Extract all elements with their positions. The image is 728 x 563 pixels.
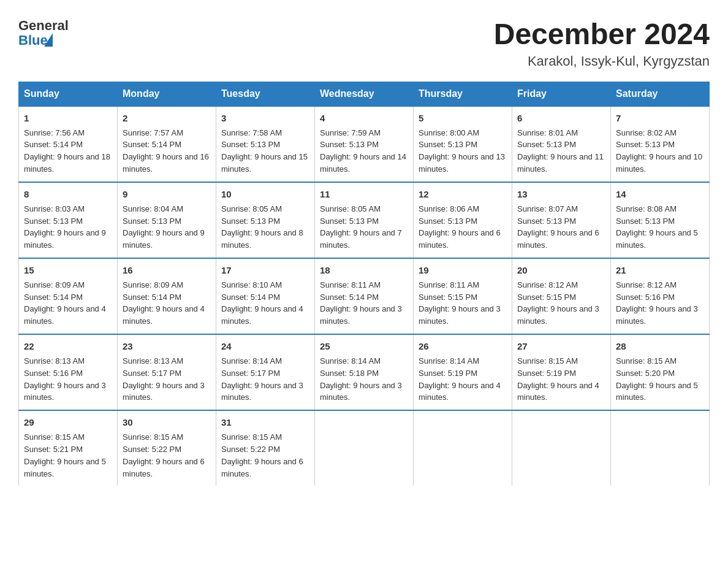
day-sunrise: Sunrise: 8:14 AM bbox=[419, 356, 479, 366]
month-year-title: December 2024 bbox=[494, 18, 710, 51]
day-sunset: Sunset: 5:20 PM bbox=[616, 369, 675, 378]
day-sunrise: Sunrise: 8:00 AM bbox=[419, 128, 479, 137]
day-number: 19 bbox=[419, 264, 507, 277]
day-cell: 15Sunrise: 8:09 AMSunset: 5:14 PMDayligh… bbox=[19, 258, 118, 334]
day-cell bbox=[414, 410, 512, 486]
day-sunset: Sunset: 5:22 PM bbox=[123, 445, 181, 454]
day-sunset: Sunset: 5:13 PM bbox=[616, 140, 675, 149]
day-number: 27 bbox=[517, 340, 605, 353]
day-daylight: Daylight: 9 hours and 3 minutes. bbox=[221, 381, 303, 402]
day-cell: 19Sunrise: 8:11 AMSunset: 5:15 PMDayligh… bbox=[414, 258, 512, 334]
day-sunset: Sunset: 5:19 PM bbox=[419, 369, 477, 378]
day-cell: 3Sunrise: 7:58 AMSunset: 5:13 PMDaylight… bbox=[216, 106, 315, 182]
day-number: 10 bbox=[221, 188, 309, 201]
day-cell: 26Sunrise: 8:14 AMSunset: 5:19 PMDayligh… bbox=[414, 334, 512, 410]
day-sunrise: Sunrise: 8:08 AM bbox=[616, 204, 677, 213]
day-number: 23 bbox=[123, 340, 211, 353]
logo: General Blue bbox=[18, 18, 69, 48]
day-sunrise: Sunrise: 8:15 AM bbox=[24, 432, 85, 442]
logo-triangle-icon bbox=[44, 33, 53, 47]
day-sunset: Sunset: 5:13 PM bbox=[419, 216, 477, 226]
day-cell bbox=[315, 410, 414, 486]
day-sunrise: Sunrise: 8:15 AM bbox=[517, 356, 578, 366]
day-sunrise: Sunrise: 7:58 AM bbox=[221, 128, 282, 137]
day-number: 30 bbox=[123, 416, 211, 429]
day-sunset: Sunset: 5:14 PM bbox=[123, 140, 181, 149]
day-sunrise: Sunrise: 8:14 AM bbox=[221, 356, 282, 366]
day-cell: 29Sunrise: 8:15 AMSunset: 5:21 PMDayligh… bbox=[19, 410, 118, 486]
day-sunset: Sunset: 5:13 PM bbox=[616, 216, 675, 226]
day-sunset: Sunset: 5:13 PM bbox=[123, 216, 181, 226]
day-daylight: Daylight: 9 hours and 6 minutes. bbox=[221, 457, 303, 478]
day-sunset: Sunset: 5:13 PM bbox=[221, 216, 280, 226]
day-cell: 22Sunrise: 8:13 AMSunset: 5:16 PMDayligh… bbox=[19, 334, 118, 410]
day-sunrise: Sunrise: 8:05 AM bbox=[221, 204, 282, 213]
day-daylight: Daylight: 9 hours and 3 minutes. bbox=[320, 304, 402, 326]
day-sunset: Sunset: 5:21 PM bbox=[24, 445, 83, 454]
day-number: 15 bbox=[24, 264, 112, 277]
day-daylight: Daylight: 9 hours and 10 minutes. bbox=[616, 152, 702, 174]
day-cell: 8Sunrise: 8:03 AMSunset: 5:13 PMDaylight… bbox=[19, 182, 118, 258]
day-sunrise: Sunrise: 7:56 AM bbox=[24, 128, 85, 137]
day-sunrise: Sunrise: 8:07 AM bbox=[517, 204, 578, 213]
day-number: 24 bbox=[221, 340, 309, 353]
day-cell: 4Sunrise: 7:59 AMSunset: 5:13 PMDaylight… bbox=[315, 106, 414, 182]
day-sunset: Sunset: 5:13 PM bbox=[221, 140, 280, 149]
day-daylight: Daylight: 9 hours and 14 minutes. bbox=[320, 152, 406, 174]
day-sunrise: Sunrise: 8:11 AM bbox=[320, 280, 381, 289]
day-daylight: Daylight: 9 hours and 5 minutes. bbox=[616, 228, 698, 250]
week-row-2: 8Sunrise: 8:03 AMSunset: 5:13 PMDaylight… bbox=[19, 182, 710, 258]
day-cell: 6Sunrise: 8:01 AMSunset: 5:13 PMDaylight… bbox=[512, 106, 611, 182]
day-sunrise: Sunrise: 8:12 AM bbox=[616, 280, 677, 289]
day-header-monday: Monday bbox=[118, 82, 216, 106]
day-daylight: Daylight: 9 hours and 8 minutes. bbox=[221, 228, 303, 250]
day-sunrise: Sunrise: 8:15 AM bbox=[616, 356, 677, 366]
day-daylight: Daylight: 9 hours and 3 minutes. bbox=[123, 381, 205, 402]
day-cell: 10Sunrise: 8:05 AMSunset: 5:13 PMDayligh… bbox=[216, 182, 315, 258]
day-sunrise: Sunrise: 8:13 AM bbox=[24, 356, 85, 366]
day-sunrise: Sunrise: 8:05 AM bbox=[320, 204, 381, 213]
day-sunrise: Sunrise: 7:59 AM bbox=[320, 128, 381, 137]
day-number: 25 bbox=[320, 340, 408, 353]
day-sunset: Sunset: 5:19 PM bbox=[517, 369, 576, 378]
day-sunset: Sunset: 5:17 PM bbox=[221, 369, 280, 378]
day-cell: 16Sunrise: 8:09 AMSunset: 5:14 PMDayligh… bbox=[118, 258, 216, 334]
day-sunset: Sunset: 5:14 PM bbox=[221, 293, 280, 302]
day-daylight: Daylight: 9 hours and 4 minutes. bbox=[221, 304, 303, 326]
day-cell: 1Sunrise: 7:56 AMSunset: 5:14 PMDaylight… bbox=[19, 106, 118, 182]
day-sunset: Sunset: 5:13 PM bbox=[517, 216, 576, 226]
day-daylight: Daylight: 9 hours and 6 minutes. bbox=[517, 228, 599, 250]
day-sunset: Sunset: 5:18 PM bbox=[320, 369, 379, 378]
day-sunset: Sunset: 5:17 PM bbox=[123, 369, 181, 378]
day-sunrise: Sunrise: 8:01 AM bbox=[517, 128, 578, 137]
day-cell: 13Sunrise: 8:07 AMSunset: 5:13 PMDayligh… bbox=[512, 182, 611, 258]
day-cell: 14Sunrise: 8:08 AMSunset: 5:13 PMDayligh… bbox=[611, 182, 710, 258]
day-daylight: Daylight: 9 hours and 9 minutes. bbox=[24, 228, 106, 250]
day-sunset: Sunset: 5:15 PM bbox=[517, 293, 576, 302]
day-sunset: Sunset: 5:14 PM bbox=[123, 293, 181, 302]
day-daylight: Daylight: 9 hours and 7 minutes. bbox=[320, 228, 402, 250]
day-header-tuesday: Tuesday bbox=[216, 82, 315, 106]
day-cell: 2Sunrise: 7:57 AMSunset: 5:14 PMDaylight… bbox=[118, 106, 216, 182]
day-daylight: Daylight: 9 hours and 11 minutes. bbox=[517, 152, 604, 174]
day-cell: 5Sunrise: 8:00 AMSunset: 5:13 PMDaylight… bbox=[414, 106, 512, 182]
day-sunrise: Sunrise: 7:57 AM bbox=[123, 128, 183, 137]
day-daylight: Daylight: 9 hours and 3 minutes. bbox=[24, 381, 106, 402]
day-cell: 9Sunrise: 8:04 AMSunset: 5:13 PMDaylight… bbox=[118, 182, 216, 258]
day-sunrise: Sunrise: 8:10 AM bbox=[221, 280, 282, 289]
day-number: 2 bbox=[123, 112, 211, 125]
day-number: 31 bbox=[221, 416, 309, 429]
day-number: 5 bbox=[419, 112, 507, 125]
day-sunset: Sunset: 5:22 PM bbox=[221, 445, 280, 454]
day-daylight: Daylight: 9 hours and 5 minutes. bbox=[24, 457, 106, 478]
day-sunset: Sunset: 5:16 PM bbox=[24, 369, 83, 378]
day-daylight: Daylight: 9 hours and 3 minutes. bbox=[517, 304, 599, 326]
day-sunset: Sunset: 5:13 PM bbox=[419, 140, 477, 149]
day-cell: 21Sunrise: 8:12 AMSunset: 5:16 PMDayligh… bbox=[611, 258, 710, 334]
day-number: 18 bbox=[320, 264, 408, 277]
calendar-table: SundayMondayTuesdayWednesdayThursdayFrid… bbox=[18, 82, 710, 486]
day-sunset: Sunset: 5:13 PM bbox=[320, 140, 379, 149]
day-daylight: Daylight: 9 hours and 4 minutes. bbox=[123, 304, 205, 326]
day-sunrise: Sunrise: 8:04 AM bbox=[123, 204, 183, 213]
day-daylight: Daylight: 9 hours and 18 minutes. bbox=[24, 152, 110, 174]
